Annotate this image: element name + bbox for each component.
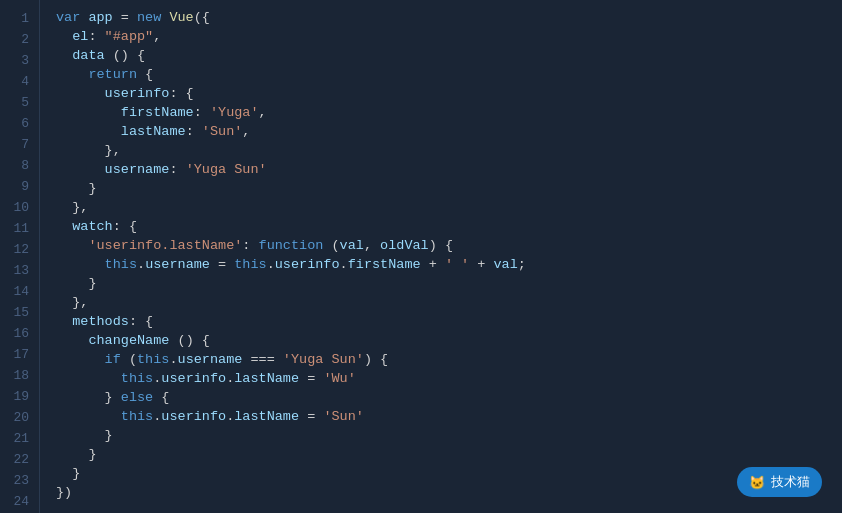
code-line: 'userinfo.lastName': function (val, oldV… [56,236,842,255]
code-line: lastName: 'Sun', [56,122,842,141]
watermark-text: 技术猫 [771,473,810,491]
code-line: if (this.username === 'Yuga Sun') { [56,350,842,369]
line-number: 20 [0,407,39,428]
code-line: this.userinfo.lastName = 'Wu' [56,369,842,388]
code-line: this.userinfo.lastName = 'Sun' [56,407,842,426]
line-number: 2 [0,29,39,50]
line-number: 5 [0,92,39,113]
watermark-badge: 🐱 技术猫 [737,467,822,497]
line-number: 10 [0,197,39,218]
code-line: } [56,274,842,293]
line-number: 15 [0,302,39,323]
code-line: data () { [56,46,842,65]
code-line: var app = new Vue({ [56,8,842,27]
code-line: this.username = this.userinfo.firstName … [56,255,842,274]
line-number: 14 [0,281,39,302]
code-line: username: 'Yuga Sun' [56,160,842,179]
line-number: 3 [0,50,39,71]
code-line: }, [56,293,842,312]
line-number: 12 [0,239,39,260]
code-line: changeName () { [56,331,842,350]
code-line: el: "#app", [56,27,842,46]
code-line: } [56,426,842,445]
line-number: 8 [0,155,39,176]
line-number: 24 [0,491,39,512]
code-line: } [56,464,842,483]
line-number: 18 [0,365,39,386]
line-number: 7 [0,134,39,155]
line-number: 22 [0,449,39,470]
code-line: }, [56,198,842,217]
code-line: return { [56,65,842,84]
code-editor: 1234567891011121314151617181920212223242… [0,0,842,513]
line-number: 4 [0,71,39,92]
code-line: } else { [56,388,842,407]
watermark-icon: 🐱 [749,475,765,490]
code-line: watch: { [56,217,842,236]
line-number: 13 [0,260,39,281]
line-number: 16 [0,323,39,344]
line-number: 1 [0,8,39,29]
code-line: methods: { [56,312,842,331]
line-number: 23 [0,470,39,491]
code-line: firstName: 'Yuga', [56,103,842,122]
line-number-column: 1234567891011121314151617181920212223242… [0,0,40,513]
code-area: var app = new Vue({ el: "#app", data () … [40,0,842,513]
line-number: 19 [0,386,39,407]
code-line: }) [56,483,842,502]
line-number: 17 [0,344,39,365]
code-line: } [56,445,842,464]
line-number: 6 [0,113,39,134]
line-number: 11 [0,218,39,239]
code-line: userinfo: { [56,84,842,103]
code-line: }, [56,141,842,160]
line-number: 9 [0,176,39,197]
code-line: } [56,179,842,198]
line-number: 21 [0,428,39,449]
